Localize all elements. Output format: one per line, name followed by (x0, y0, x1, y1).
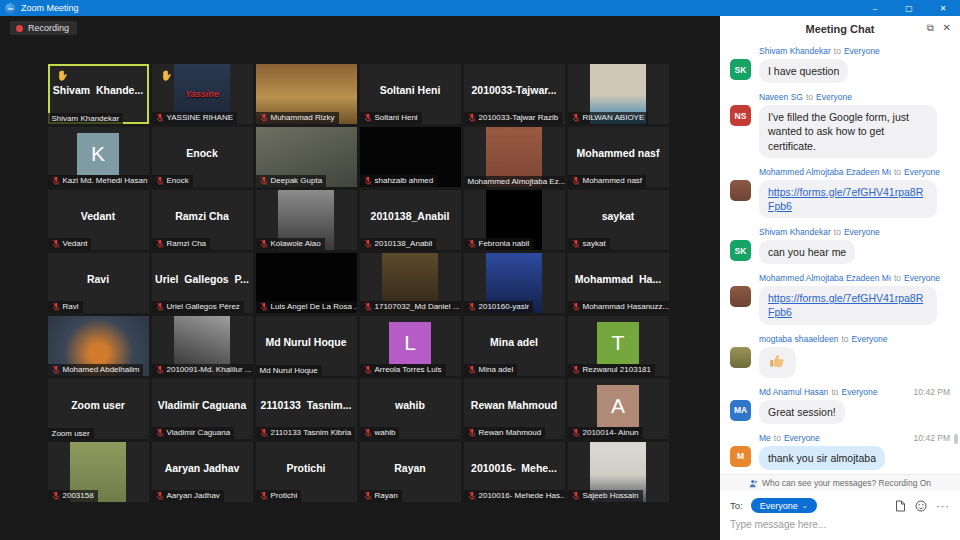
participant-tile[interactable]: wahibwahib (360, 379, 461, 439)
participant-tile[interactable]: Deepak Gupta (256, 127, 357, 187)
privacy-notice[interactable]: Who can see your messages? Recording On (720, 474, 960, 491)
participant-label: Mohammed Almojtaba Ez... (468, 177, 565, 186)
close-chat-icon[interactable]: ✕ (943, 22, 951, 33)
participant-tile[interactable]: 2110133 Tasnim...2110133 Tasnim Kibria (256, 379, 357, 439)
participant-tile[interactable]: Vladimir CaguanaVladimir Caguana (152, 379, 253, 439)
video-area: Recording Shivam Khande...Shivam Khandek… (0, 16, 720, 540)
participant-tile[interactable]: Sajeeb Hossain (568, 442, 669, 502)
close-button[interactable]: ✕ (926, 0, 960, 16)
send-to-row: To: Everyone ⌄ ··· (720, 491, 960, 513)
participant-label-bar: 17107032_Md Daniel ... (360, 301, 461, 313)
participant-tile[interactable]: 2010033-Tajwar...2010033-Tajwar Razib (464, 64, 565, 124)
participant-tile[interactable]: VedantVedant (48, 190, 149, 250)
participant-tile[interactable]: Mohamed Abdelhalim (48, 316, 149, 376)
participant-tile[interactable]: Ramzi ChaRamzi Cha (152, 190, 253, 250)
window-title: Zoom Meeting (21, 3, 79, 13)
maximize-button[interactable]: ▢ (892, 0, 926, 16)
participant-tile[interactable]: Kolawole Alao (256, 190, 357, 250)
participant-tile[interactable]: 2010160-yasir (464, 253, 565, 313)
message-recipient: Everyone (844, 227, 880, 237)
participant-tile[interactable]: Muhammad Rizky (256, 64, 357, 124)
message-sender: Shivam Khandekar (759, 46, 831, 56)
participant-tile[interactable]: 17107032_Md Daniel ... (360, 253, 461, 313)
participant-tile[interactable]: Aaryan JadhavAaryan Jadhav (152, 442, 253, 502)
participant-tile[interactable]: shahzaib ahmed (360, 127, 461, 187)
recording-indicator[interactable]: Recording (10, 21, 77, 35)
participant-label-bar: 2110133 Tasnim Kibria (256, 427, 356, 439)
message-link[interactable]: https://forms.gle/7efGHV41rpa8RFpb6 (768, 292, 923, 318)
participant-tile[interactable]: Mohammed nasfMohammed nasf (568, 127, 669, 187)
participant-label: Shivam Khandekar (52, 114, 120, 123)
muted-mic-icon (364, 428, 372, 438)
chat-message: MetoEveryone10:42 PMMthank you sir almoj… (730, 433, 950, 470)
participant-label-bar: Rewan Mahmoud (464, 427, 546, 439)
popout-icon[interactable]: ⧉ (927, 22, 934, 34)
participant-tile[interactable]: Md Nurul HoqueMd Nurul Hoque (256, 316, 357, 376)
participant-label-bar: Mohammed nasf (568, 175, 647, 187)
participant-label: 2010016- Mehede Has... (479, 491, 565, 500)
participant-label: Luis Angel De La Rosa ... (271, 302, 357, 311)
participant-label: saykat (583, 239, 606, 248)
muted-mic-icon (468, 113, 476, 123)
message-to-word: to (894, 273, 901, 283)
participant-label-bar: Sajeeb Hossain (568, 490, 643, 502)
participant-label: 2010091-Md. Khalilur ... (167, 365, 252, 374)
participant-label-bar: Vedant (48, 238, 92, 250)
participant-tile[interactable]: Luis Angel De La Rosa ... (256, 253, 357, 313)
participant-tile[interactable]: KKazi Md. Mehedi Hasan (48, 127, 149, 187)
minimize-button[interactable]: – (858, 0, 892, 16)
participant-tile[interactable]: YassineYASSINE RIHANE (152, 64, 253, 124)
participant-name: Mina adel (464, 316, 565, 368)
muted-mic-icon (156, 113, 164, 123)
participant-tile[interactable]: Uriel Gallegos P...Uriel Gallegos Pérez (152, 253, 253, 313)
chat-toolbar: ··· (895, 500, 950, 512)
avatar-letter: T (597, 322, 639, 364)
participant-label: Protichi (271, 491, 298, 500)
participant-tile[interactable]: 2003158 (48, 442, 149, 502)
chat-message-list[interactable]: Shivam KhandekartoEveryoneSKI have quest… (720, 42, 960, 474)
participant-tile[interactable]: 2010091-Md. Khalilur ... (152, 316, 253, 376)
muted-mic-icon (156, 365, 164, 375)
message-bubble: thank you sir almojtaba (759, 446, 885, 470)
participant-label-bar: Protichi (256, 490, 302, 502)
participant-tile[interactable]: Mina adelMina adel (464, 316, 565, 376)
participant-tile[interactable]: Mohammad Ha...Mohammad Hasanuzz... (568, 253, 669, 313)
participant-tile[interactable]: EnockEnock (152, 127, 253, 187)
participant-tile[interactable]: Rewan MahmoudRewan Mahmoud (464, 379, 565, 439)
participant-tile[interactable]: LArreola Torres Luis (360, 316, 461, 376)
avatar-letter: A (597, 385, 639, 427)
participant-name: Rewan Mahmoud (464, 379, 565, 431)
message-body: MAGreat session! (730, 400, 950, 424)
participant-label-bar: RILWAN ABIOYE (568, 112, 649, 124)
participant-tile[interactable]: A2010014- Ainun (568, 379, 669, 439)
file-attach-icon[interactable] (895, 500, 906, 512)
participant-label: 2010033-Tajwar Razib (479, 113, 559, 122)
participant-tile[interactable]: RayanRayan (360, 442, 461, 502)
message-sender: Naveen SG (759, 92, 803, 102)
participant-tile[interactable]: ProtichiProtichi (256, 442, 357, 502)
participant-tile[interactable]: 2010016- Mehe...2010016- Mehede Has... (464, 442, 565, 502)
chat-message: Md Anamul HasantoEveryone10:42 PMMAGreat… (730, 387, 950, 424)
chat-scrollbar[interactable] (954, 434, 958, 444)
participant-tile[interactable]: Soltani HeniSoltani Heni (360, 64, 461, 124)
message-link[interactable]: https://forms.gle/7efGHV41rpa8RFpb6 (768, 186, 923, 212)
participant-label: Febronia nabil (479, 239, 530, 248)
participant-tile[interactable]: 2010138_Anabil2010138_Anabil (360, 190, 461, 250)
message-timestamp: 10:42 PM (914, 387, 950, 397)
message-input[interactable]: Type message here... (720, 513, 960, 540)
participant-tile[interactable]: RaviRavi (48, 253, 149, 313)
participant-tile[interactable]: RILWAN ABIOYE (568, 64, 669, 124)
participant-tile[interactable]: Shivam Khande...Shivam Khandekar (48, 64, 149, 124)
recipient-dropdown[interactable]: Everyone ⌄ (751, 498, 817, 513)
participant-tile[interactable]: TRezwanul 2103181 (568, 316, 669, 376)
more-options-icon[interactable]: ··· (936, 500, 950, 512)
message-recipient: Everyone (844, 46, 880, 56)
participant-label-bar: Febronia nabil (464, 238, 534, 250)
participant-tile[interactable]: Febronia nabil (464, 190, 565, 250)
participant-label-bar: Deepak Gupta (256, 175, 327, 187)
participant-tile[interactable]: saykatsaykat (568, 190, 669, 250)
participant-tile[interactable]: Zoom userZoom user (48, 379, 149, 439)
emoji-icon[interactable] (915, 500, 927, 512)
chat-message: Mohammed Almojtaba Ezadeen Moham...toEve… (730, 273, 950, 324)
participant-tile[interactable]: Mohammed Almojtaba Ez... (464, 127, 565, 187)
